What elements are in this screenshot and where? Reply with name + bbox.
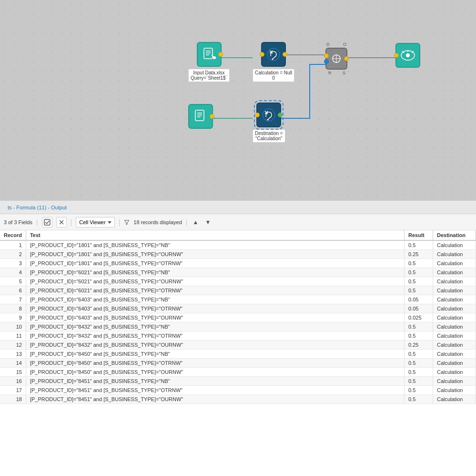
table-body: 1[P_PRODUCT_ID]="1801" and [S_BUSINESS_T… xyxy=(0,240,476,404)
separator1: | xyxy=(36,218,38,226)
table-row[interactable]: 13[P_PRODUCT_ID]="8450" and [S_BUSINESS_… xyxy=(0,350,476,359)
cell-test: [P_PRODUCT_ID]="8450" and [S_BUSINESS_TY… xyxy=(26,350,404,359)
cell-destination: Calculation xyxy=(433,286,476,295)
cell-destination: Calculation xyxy=(433,395,476,404)
input2-output-port xyxy=(210,114,214,119)
cell-destination: Calculation xyxy=(433,322,476,331)
scroll-down-btn[interactable]: ▼ xyxy=(203,218,212,227)
formula2-icon xyxy=(256,103,281,127)
svg-rect-22 xyxy=(44,219,50,225)
cell-destination: Calculation xyxy=(433,350,476,359)
union-output-port xyxy=(344,56,349,61)
cell-result: 0.25 xyxy=(405,250,433,259)
svg-point-21 xyxy=(267,119,269,121)
table-row[interactable]: 16[P_PRODUCT_ID]="8451" and [S_BUSINESS_… xyxy=(0,377,476,386)
cell-result: 0.5 xyxy=(405,322,433,331)
cell-result: 0.5 xyxy=(405,268,433,277)
cell-test: [P_PRODUCT_ID]="6021" and [S_BUSINESS_TY… xyxy=(26,286,404,295)
col-header-destination[interactable]: Destination xyxy=(433,230,476,240)
cell-destination: Calculation xyxy=(433,313,476,322)
cell-test: [P_PRODUCT_ID]="8450" and [S_BUSINESS_TY… xyxy=(26,368,404,377)
output-tab[interactable]: ts - Formula (11) - Output xyxy=(4,203,71,212)
cell-record: 15 xyxy=(0,368,26,377)
cell-test: [P_PRODUCT_ID]="8451" and [S_BUSINESS_TY… xyxy=(26,377,404,386)
input2-node[interactable] xyxy=(188,104,213,129)
workflow-canvas[interactable]: Input Data.xlsxQuery=`Sheet1$` Calculati… xyxy=(0,0,476,200)
table-row[interactable]: 10[P_PRODUCT_ID]="8432" and [S_BUSINESS_… xyxy=(0,322,476,331)
table-row[interactable]: 1[P_PRODUCT_ID]="1801" and [S_BUSINESS_T… xyxy=(0,240,476,250)
records-count: 18 records displayed xyxy=(133,219,182,225)
input2-icon xyxy=(188,104,213,129)
close-btn[interactable] xyxy=(56,217,67,228)
cell-destination: Calculation xyxy=(433,268,476,277)
table-row[interactable]: 5[P_PRODUCT_ID]="6021" and [S_BUSINESS_T… xyxy=(0,277,476,286)
union-node[interactable]: D O R S xyxy=(325,48,347,70)
cell-test: [P_PRODUCT_ID]="8432" and [S_BUSINESS_TY… xyxy=(26,331,404,341)
cell-destination: Calculation xyxy=(433,240,476,250)
cell-record: 5 xyxy=(0,277,26,286)
cell-record: 13 xyxy=(0,350,26,359)
table-row[interactable]: 15[P_PRODUCT_ID]="8450" and [S_BUSINESS_… xyxy=(0,368,476,377)
browse-node[interactable] xyxy=(395,43,420,68)
svg-point-10 xyxy=(272,59,273,60)
table-row[interactable]: 14[P_PRODUCT_ID]="8450" and [S_BUSINESS_… xyxy=(0,359,476,368)
input1-label: Input Data.xlsxQuery=`Sheet1$` xyxy=(188,69,230,82)
table-row[interactable]: 6[P_PRODUCT_ID]="6021" and [S_BUSINESS_T… xyxy=(0,286,476,295)
data-table-container[interactable]: Record Test Result Destination 1[P_PRODU… xyxy=(0,230,476,476)
table-row[interactable]: 7[P_PRODUCT_ID]="6403" and [S_BUSINESS_T… xyxy=(0,295,476,304)
cell-test: [P_PRODUCT_ID]="1801" and [S_BUSINESS_TY… xyxy=(26,259,404,268)
col-header-result[interactable]: Result xyxy=(405,230,433,240)
input1-icon xyxy=(197,42,222,67)
cell-result: 0.5 xyxy=(405,359,433,368)
table-row[interactable]: 8[P_PRODUCT_ID]="6403" and [S_BUSINESS_T… xyxy=(0,304,476,313)
checkbox-btn[interactable] xyxy=(42,217,52,228)
union-input-d-port xyxy=(324,53,329,58)
cell-record: 1 xyxy=(0,240,26,250)
cell-record: 10 xyxy=(0,322,26,331)
cell-test: [P_PRODUCT_ID]="6403" and [S_BUSINESS_TY… xyxy=(26,304,404,313)
union-icon: D O R S xyxy=(325,48,347,70)
cell-record: 7 xyxy=(0,295,26,304)
cell-destination: Calculation xyxy=(433,295,476,304)
cell-record: 9 xyxy=(0,313,26,322)
table-row[interactable]: 17[P_PRODUCT_ID]="8451" and [S_BUSINESS_… xyxy=(0,386,476,395)
table-row[interactable]: 18[P_PRODUCT_ID]="8451" and [S_BUSINESS_… xyxy=(0,395,476,404)
cell-test: [P_PRODUCT_ID]="6403" and [S_BUSINESS_TY… xyxy=(26,295,404,304)
svg-rect-16 xyxy=(195,110,204,121)
cell-result: 0.05 xyxy=(405,295,433,304)
table-row[interactable]: 2[P_PRODUCT_ID]="1801" and [S_BUSINESS_T… xyxy=(0,250,476,259)
cell-destination: Calculation xyxy=(433,304,476,313)
cell-test: [P_PRODUCT_ID]="8432" and [S_BUSINESS_TY… xyxy=(26,322,404,331)
svg-marker-25 xyxy=(108,221,111,224)
formula2-label: Destination ="Calculation" xyxy=(253,129,285,143)
tab-bar: ts - Formula (11) - Output xyxy=(0,201,476,214)
col-header-record[interactable]: Record xyxy=(0,230,26,240)
table-row[interactable]: 11[P_PRODUCT_ID]="8432" and [S_BUSINESS_… xyxy=(0,331,476,341)
cell-record: 18 xyxy=(0,395,26,404)
table-row[interactable]: 4[P_PRODUCT_ID]="6021" and [S_BUSINESS_T… xyxy=(0,268,476,277)
cell-record: 8 xyxy=(0,304,26,313)
svg-point-9 xyxy=(267,48,280,61)
cell-destination: Calculation xyxy=(433,368,476,377)
cell-result: 0.25 xyxy=(405,341,433,350)
input1-node[interactable]: Input Data.xlsxQuery=`Sheet1$` xyxy=(188,42,230,82)
fields-text: 3 of 3 Fields xyxy=(4,219,32,225)
scroll-up-btn[interactable]: ▲ xyxy=(191,218,200,227)
cell-test: [P_PRODUCT_ID]="1801" and [S_BUSINESS_TY… xyxy=(26,250,404,259)
col-header-test[interactable]: Test xyxy=(26,230,404,240)
cell-test: [P_PRODUCT_ID]="6403" and [S_BUSINESS_TY… xyxy=(26,313,404,322)
cell-viewer-dropdown[interactable]: Cell Viewer xyxy=(76,217,114,228)
svg-point-15 xyxy=(406,53,410,57)
formula1-node[interactable]: Calculation = Null0 xyxy=(253,42,294,82)
cell-test: [P_PRODUCT_ID]="8451" and [S_BUSINESS_TY… xyxy=(26,395,404,404)
separator2: | xyxy=(71,218,72,226)
separator4: | xyxy=(186,218,188,226)
formula1-input-port xyxy=(260,52,264,57)
bottom-panel: ts - Formula (11) - Output 3 of 3 Fields… xyxy=(0,200,476,476)
table-row[interactable]: 12[P_PRODUCT_ID]="8432" and [S_BUSINESS_… xyxy=(0,341,476,350)
formula2-output-port xyxy=(278,113,283,117)
formula2-node[interactable]: Destination ="Calculation" xyxy=(253,103,285,143)
cell-result: 0.5 xyxy=(405,286,433,295)
table-row[interactable]: 3[P_PRODUCT_ID]="1801" and [S_BUSINESS_T… xyxy=(0,259,476,268)
table-row[interactable]: 9[P_PRODUCT_ID]="6403" and [S_BUSINESS_T… xyxy=(0,313,476,322)
